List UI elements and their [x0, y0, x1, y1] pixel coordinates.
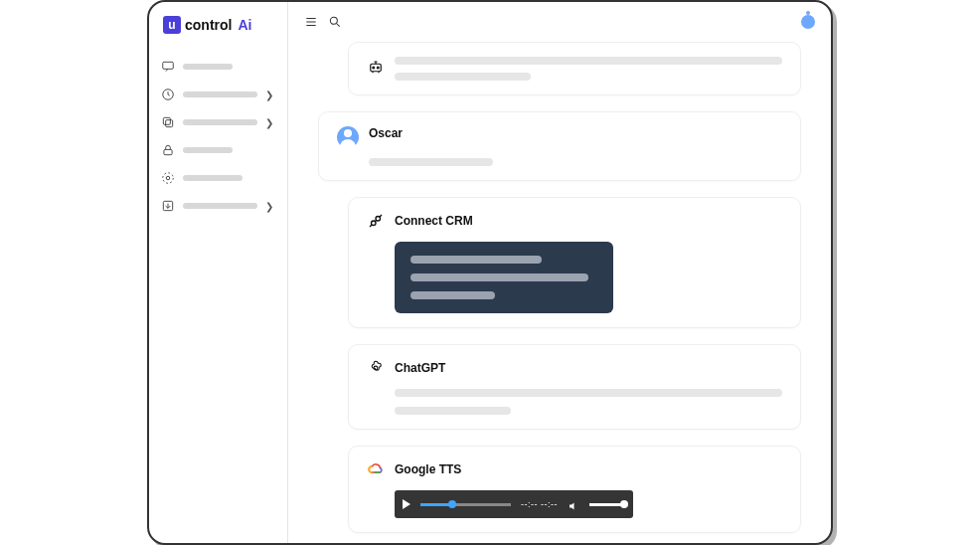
sidebar-item-export[interactable]: ❯: [161, 195, 275, 217]
svg-point-11: [377, 67, 379, 69]
sidebar-item-history[interactable]: ❯: [161, 84, 275, 105]
svg-rect-4: [164, 149, 172, 154]
svg-point-10: [373, 67, 375, 69]
gear-icon: [161, 171, 175, 185]
main-area: Oscar Connect CRM: [288, 2, 831, 543]
user-name: Oscar: [369, 126, 403, 140]
svg-point-8: [330, 17, 337, 24]
chevron-right-icon: ❯: [265, 90, 275, 100]
lock-icon: [161, 143, 175, 157]
google-tts-title: Google TTS: [395, 462, 461, 476]
volume-track[interactable]: [589, 503, 625, 506]
openai-icon: [367, 359, 385, 377]
user-message-body: [369, 158, 782, 166]
connect-crm-card: Connect CRM: [348, 197, 801, 328]
menu-icon[interactable]: [304, 15, 318, 29]
svg-rect-3: [163, 117, 170, 124]
google-tts-card: Google TTS --:-- --:--: [348, 446, 801, 533]
svg-point-6: [163, 173, 174, 184]
nav-placeholder: [183, 175, 243, 181]
copy-icon: [161, 115, 175, 129]
nav-placeholder: [183, 119, 257, 125]
play-button[interactable]: [403, 499, 410, 509]
user-avatar-menu[interactable]: [801, 15, 815, 29]
svg-rect-0: [163, 62, 174, 69]
ai-message-body: [395, 57, 782, 81]
chatgpt-body: [395, 389, 782, 415]
robot-icon: [367, 59, 385, 77]
chatgpt-title: ChatGPT: [395, 361, 445, 375]
sidebar-item-settings[interactable]: [161, 167, 275, 189]
plug-icon: [367, 212, 385, 230]
app-window: u control Ai ❯ ❯: [147, 0, 833, 545]
nav-placeholder: [183, 147, 233, 153]
nav-placeholder: [183, 91, 257, 97]
audio-time: --:-- --:--: [521, 499, 558, 509]
ai-message-card: [348, 42, 801, 95]
user-message-card: Oscar: [318, 111, 801, 181]
audio-progress-track[interactable]: [420, 503, 511, 506]
chevron-right-icon: ❯: [265, 201, 275, 212]
svg-rect-2: [166, 120, 173, 127]
brand-logo[interactable]: u control Ai: [163, 16, 275, 34]
export-icon: [161, 199, 175, 213]
topbar: [288, 2, 831, 42]
sidebar-item-security[interactable]: [161, 139, 275, 161]
crm-code-block: [395, 242, 613, 313]
nav-placeholder: [183, 203, 257, 209]
chatgpt-card: ChatGPT: [348, 344, 801, 430]
sidebar-item-files[interactable]: ❯: [161, 111, 275, 133]
brand-word: control: [185, 17, 232, 33]
connect-crm-title: Connect CRM: [395, 214, 473, 228]
sidebar-item-chat[interactable]: [161, 56, 275, 78]
svg-point-5: [166, 176, 170, 180]
audio-player[interactable]: --:-- --:--: [395, 490, 633, 518]
topbar-left: [304, 15, 342, 29]
feed: Oscar Connect CRM: [288, 42, 831, 543]
brand-mark: u: [163, 16, 181, 34]
search-icon[interactable]: [328, 15, 342, 29]
audio-progress-thumb[interactable]: [448, 500, 456, 508]
sidebar: u control Ai ❯ ❯: [149, 2, 288, 543]
google-cloud-icon: [367, 460, 385, 478]
brand-suffix: Ai: [238, 17, 251, 33]
chevron-right-icon: ❯: [265, 117, 275, 128]
nav-placeholder: [183, 64, 233, 70]
user-avatar-icon: [337, 126, 359, 148]
chat-icon: [161, 60, 175, 74]
clock-icon: [161, 88, 175, 101]
volume-icon[interactable]: [568, 498, 579, 510]
